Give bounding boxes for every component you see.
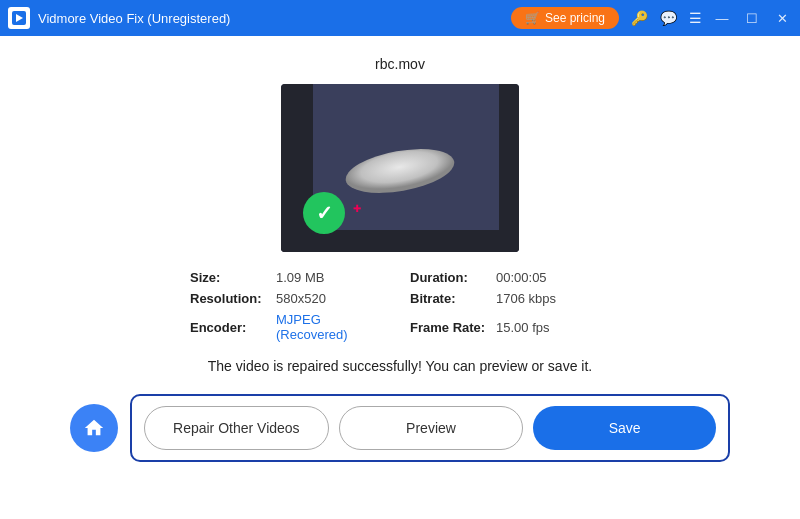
duration-label: Duration:: [410, 270, 490, 285]
action-buttons-box: Repair Other Videos Preview Save: [130, 394, 730, 462]
size-row: Size: 1.09 MB: [190, 270, 390, 285]
home-icon: [83, 417, 105, 439]
duration-row: Duration: 00:00:05: [410, 270, 610, 285]
encoder-row: Encoder: MJPEG (Recovered): [190, 312, 390, 342]
size-label: Size:: [190, 270, 270, 285]
see-pricing-button[interactable]: 🛒 See pricing: [511, 7, 619, 29]
success-circle: ✓: [303, 192, 345, 234]
video-preview: ✓ ✚: [281, 84, 519, 252]
bitrate-label: Bitrate:: [410, 291, 490, 306]
resolution-row: Resolution: 580x520: [190, 291, 390, 306]
home-button[interactable]: [70, 404, 118, 452]
svg-point-2: [342, 141, 457, 195]
chat-icon[interactable]: 💬: [660, 10, 677, 26]
cart-icon: 🛒: [525, 11, 540, 25]
pricing-label: See pricing: [545, 11, 605, 25]
success-message: The video is repaired successfully! You …: [208, 358, 592, 374]
encoder-label: Encoder:: [190, 320, 270, 335]
repair-other-videos-button[interactable]: Repair Other Videos: [144, 406, 329, 450]
minimize-button[interactable]: —: [712, 11, 732, 26]
window-controls: — ☐ ✕: [712, 11, 792, 26]
size-value: 1.09 MB: [276, 270, 324, 285]
main-content: rbc.mov ✓ ✚ Size: 1.09 MB Duration:: [0, 36, 800, 519]
video-thumbnail-blob: [340, 141, 460, 196]
bitrate-row: Bitrate: 1706 kbps: [410, 291, 610, 306]
menu-icon[interactable]: ☰: [689, 10, 702, 26]
duration-value: 00:00:05: [496, 270, 547, 285]
app-title: Vidmore Video Fix (Unregistered): [38, 11, 511, 26]
action-area: Repair Other Videos Preview Save: [70, 394, 730, 462]
video-bottom-bar: [281, 230, 519, 252]
titlebar-actions: 🔑 💬 ☰: [631, 10, 702, 26]
save-button[interactable]: Save: [533, 406, 716, 450]
close-button[interactable]: ✕: [772, 11, 792, 26]
video-right-bar: [499, 84, 519, 252]
framerate-row: Frame Rate: 15.00 fps: [410, 312, 610, 342]
bitrate-value: 1706 kbps: [496, 291, 556, 306]
video-filename: rbc.mov: [375, 56, 425, 72]
resolution-value: 580x520: [276, 291, 326, 306]
app-logo: [8, 7, 30, 29]
resolution-label: Resolution:: [190, 291, 270, 306]
preview-button[interactable]: Preview: [339, 406, 524, 450]
cursor-indicator: ✚: [353, 203, 361, 214]
maximize-button[interactable]: ☐: [742, 11, 762, 26]
key-icon[interactable]: 🔑: [631, 10, 648, 26]
titlebar: Vidmore Video Fix (Unregistered) 🛒 See p…: [0, 0, 800, 36]
encoder-value: MJPEG (Recovered): [276, 312, 390, 342]
framerate-label: Frame Rate:: [410, 320, 490, 335]
video-info-grid: Size: 1.09 MB Duration: 00:00:05 Resolut…: [190, 270, 610, 342]
framerate-value: 15.00 fps: [496, 320, 550, 335]
